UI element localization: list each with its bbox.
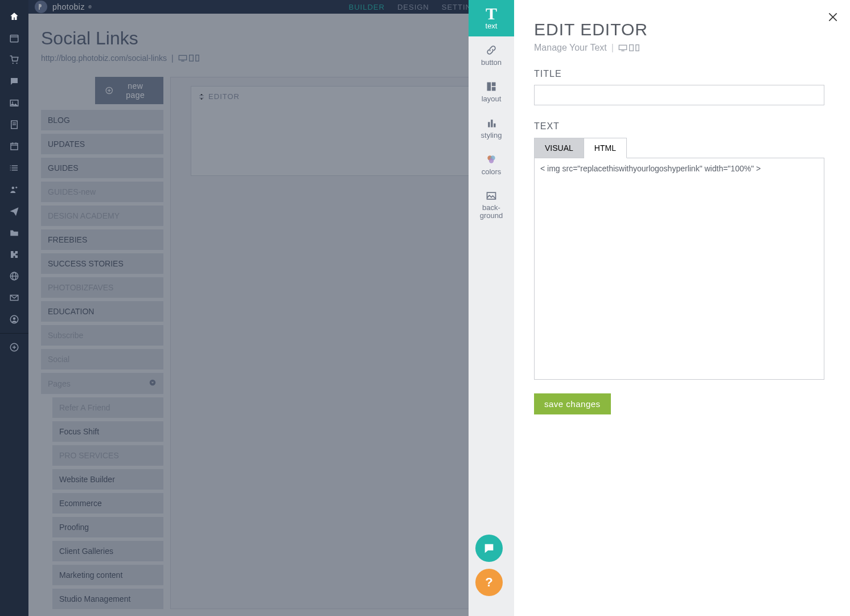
page-list-subitem[interactable]: Ecommerce [52,493,163,514]
tool-colors[interactable]: colors [469,146,514,182]
page-url: http://blog.photobiz.com/social-links [41,54,167,63]
page-list-subitem[interactable]: Marketing content [52,565,163,585]
mail-icon[interactable] [0,287,28,309]
svg-marker-43 [200,98,203,100]
page-list-item[interactable]: GUIDES-new [41,182,163,202]
mobile-icon[interactable] [635,44,639,51]
html-textarea[interactable] [534,158,824,380]
photobiz-logo-icon [34,0,48,14]
device-icons[interactable] [178,55,199,61]
page-list-subitem[interactable]: Website Builder [52,469,163,490]
svg-rect-46 [492,87,496,91]
editor-tool-strip: T text button layout styling color [469,0,514,616]
svg-rect-56 [619,45,626,50]
page-list-item[interactable]: SUCCESS STORIES [41,253,163,274]
svg-rect-0 [10,35,18,42]
colors-icon [486,153,497,166]
page-list-subitem[interactable]: Studio Management [52,589,163,609]
brand-logo[interactable]: photobiz® [34,0,92,14]
chevron-down-icon[interactable] [149,379,157,388]
page-list-subitem[interactable]: Proofing [52,517,163,537]
page-list-item[interactable]: EDUCATION [41,301,163,322]
plus-circle-icon [105,87,113,95]
close-icon[interactable] [824,9,841,26]
tool-text[interactable]: T text [469,0,514,36]
svg-point-16 [10,166,11,167]
page-list-item[interactable]: DESIGN ACADEMY [41,206,163,226]
folder-icon[interactable] [0,222,28,244]
brand-name: photobiz [52,2,85,11]
page-list: BLOGUPDATESGUIDESGUIDES-newDESIGN ACADEM… [41,110,163,609]
svg-rect-31 [179,55,186,60]
puzzle-icon[interactable] [0,244,28,265]
svg-point-3 [16,63,17,64]
tool-layout[interactable]: layout [469,73,514,109]
svg-rect-9 [11,143,18,150]
question-icon: ? [485,575,492,590]
nav-builder[interactable]: BUILDER [349,3,385,11]
svg-point-2 [13,63,14,64]
tool-styling[interactable]: styling [469,109,514,146]
account-icon[interactable] [0,309,28,330]
svg-point-26 [13,317,16,320]
calendar-icon[interactable] [0,27,28,49]
help-fab[interactable]: ? [475,569,503,596]
edit-panel: EDIT EDITOR Manage Your Text | TITLE TEX… [514,0,850,616]
chat-icon[interactable] [0,71,28,92]
svg-marker-42 [200,94,203,95]
svg-point-19 [12,187,15,190]
page-list-subitem[interactable]: Focus Shift [52,421,163,442]
page-list-subitem[interactable]: Client Galleries [52,541,163,561]
title-input[interactable] [534,85,824,105]
svg-point-17 [10,167,11,169]
mobile-icon[interactable] [195,55,199,61]
page-list-item[interactable]: PHOTOBIZFAVES [41,277,163,298]
page-list-item[interactable]: BLOG [41,110,163,130]
users-icon[interactable] [0,179,28,200]
new-page-button[interactable]: new page [95,77,163,104]
svg-rect-44 [487,82,491,91]
editor-tabs: VISUAL HTML [534,137,830,158]
save-changes-button[interactable]: save changes [534,393,611,414]
primary-nav-rail [0,0,28,616]
cart-icon[interactable] [0,49,28,71]
panel-subheading: Manage Your Text | [534,43,830,53]
page-list-item[interactable]: FREEBIES [41,229,163,250]
svg-rect-33 [189,55,193,61]
chat-bubble-icon [483,542,495,555]
chat-fab[interactable] [475,535,503,562]
page-list-item[interactable]: UPDATES [41,134,163,154]
svg-point-20 [15,187,17,188]
tablet-icon[interactable] [629,44,634,51]
nav-design[interactable]: DESIGN [397,3,429,11]
add-icon[interactable] [0,336,28,358]
desktop-icon[interactable] [618,44,627,51]
page-list-subitem[interactable]: Refer A Friend [52,397,163,418]
panel-heading: EDIT EDITOR [534,20,830,39]
home-icon[interactable] [0,6,28,27]
tab-html[interactable]: HTML [584,138,627,158]
svg-rect-45 [492,82,496,86]
page-list-subitem[interactable]: PRO SERVICES [52,445,163,466]
tool-background[interactable]: back- ground [469,182,514,227]
styling-icon [486,116,497,130]
image-icon[interactable] [0,92,28,114]
globe-icon[interactable] [0,265,28,287]
svg-point-18 [10,170,11,171]
svg-point-5 [12,101,13,102]
desktop-icon[interactable] [178,55,187,61]
schedule-icon[interactable] [0,135,28,157]
list-icon[interactable] [0,157,28,179]
form-icon[interactable] [0,114,28,135]
tablet-icon[interactable] [188,55,194,61]
drag-handle-icon[interactable] [198,93,205,100]
send-icon[interactable] [0,200,28,222]
page-list-item[interactable]: Subscribe [41,325,163,346]
svg-rect-49 [494,123,495,127]
svg-rect-47 [488,122,490,127]
page-list-item[interactable]: Pages [41,373,163,394]
tool-button[interactable]: button [469,36,514,73]
page-list-item[interactable]: Social [41,349,163,369]
page-list-item[interactable]: GUIDES [41,158,163,178]
tab-visual[interactable]: VISUAL [534,138,584,158]
